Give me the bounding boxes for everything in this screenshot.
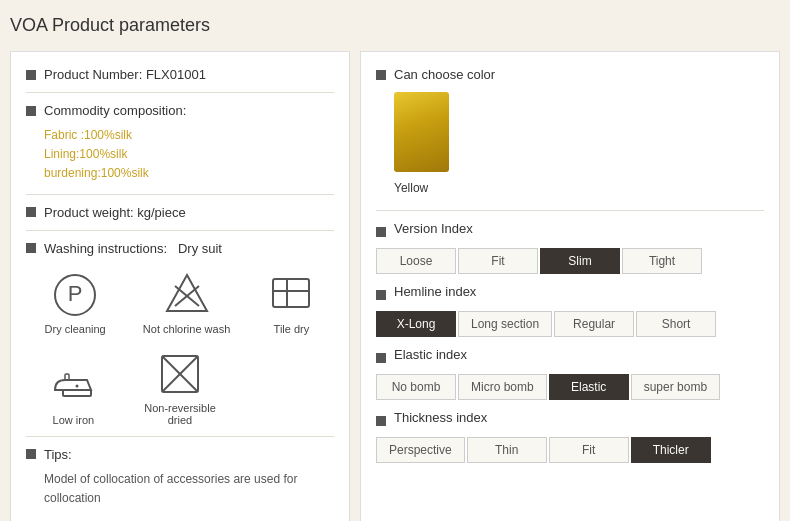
hemline-btn-group: X-Long Long section Regular Short — [376, 311, 764, 337]
version-section: Version Index Loose Fit Slim Tight — [376, 221, 764, 274]
elastic-btn-group: No bomb Micro bomb Elastic super bomb — [376, 374, 764, 400]
color-section: Can choose color Yellow — [376, 67, 764, 195]
tips-text: Model of collocation of accessories are … — [44, 470, 334, 508]
thickness-btn-group: Perspective Thin Fit Thicler — [376, 437, 764, 463]
elastic-section: Elastic index No bomb Micro bomb Elastic… — [376, 347, 764, 400]
svg-rect-8 — [63, 390, 91, 396]
washing-section: Washing instructions: Dry suit — [26, 241, 334, 256]
dry-cleaning-item: P Dry cleaning — [45, 271, 106, 335]
commodity-label: Commodity composition: — [44, 103, 186, 118]
right-panel: Can choose color Yellow Version Index Lo… — [360, 51, 780, 521]
commodity-icon — [26, 106, 36, 116]
tile-dry-svg — [267, 271, 315, 319]
hemline-header-row: Hemline index — [376, 284, 764, 305]
low-iron-svg — [49, 362, 97, 410]
svg-text:P: P — [68, 281, 83, 306]
version-tight-btn[interactable]: Tight — [622, 248, 702, 274]
elastic-header-row: Elastic index — [376, 347, 764, 368]
thickness-thicler-btn[interactable]: Thicler — [631, 437, 711, 463]
dry-cleaning-svg: P — [51, 271, 99, 319]
version-fit-btn[interactable]: Fit — [458, 248, 538, 274]
thickness-perspective-btn[interactable]: Perspective — [376, 437, 465, 463]
elastic-elastic-btn[interactable]: Elastic — [549, 374, 629, 400]
not-chlorine-item: Not chlorine wash — [143, 271, 230, 335]
non-reversible-item: Non-reversibledried — [144, 350, 216, 426]
hemline-regular-btn[interactable]: Regular — [554, 311, 634, 337]
hemline-xlong-btn[interactable]: X-Long — [376, 311, 456, 337]
hemline-long-btn[interactable]: Long section — [458, 311, 552, 337]
tips-label: Tips: — [44, 447, 72, 462]
product-number-label: Product Number: FLX01001 — [44, 67, 206, 82]
washing-icon — [26, 243, 36, 253]
dry-cleaning-label: Dry cleaning — [45, 323, 106, 335]
version-label: Version Index — [394, 221, 473, 236]
not-chlorine-svg — [163, 271, 211, 319]
weight-label: Product weight: kg/piece — [44, 205, 186, 220]
low-iron-item: Low iron — [49, 362, 97, 426]
weight-section: Product weight: kg/piece — [26, 205, 334, 220]
color-icon — [376, 70, 386, 80]
weight-icon — [26, 207, 36, 217]
commodity-text: Fabric :100%silk Lining:100%silk burdeni… — [44, 126, 334, 184]
color-name: Yellow — [394, 181, 764, 195]
left-panel: Product Number: FLX01001 Commodity compo… — [10, 51, 350, 521]
svg-rect-5 — [273, 279, 309, 307]
low-iron-label: Low iron — [53, 414, 95, 426]
main-container: Product Number: FLX01001 Commodity compo… — [10, 51, 780, 521]
tips-icon — [26, 449, 36, 459]
washing-label: Washing instructions: Dry suit — [44, 241, 222, 256]
hemline-icon — [376, 290, 386, 300]
page-title: VOA Product parameters — [10, 10, 780, 41]
version-slim-btn[interactable]: Slim — [540, 248, 620, 274]
tile-dry-label: Tile dry — [274, 323, 310, 335]
svg-point-10 — [76, 384, 79, 387]
thickness-thin-btn[interactable]: Thin — [467, 437, 547, 463]
svg-marker-2 — [167, 275, 207, 311]
version-header-row: Version Index — [376, 221, 764, 242]
non-reversible-label: Non-reversibledried — [144, 402, 216, 426]
product-number-icon — [26, 70, 36, 80]
color-header: Can choose color — [376, 67, 764, 82]
thickness-label: Thickness index — [394, 410, 487, 425]
elastic-label: Elastic index — [394, 347, 467, 362]
washing-icons-row1: P Dry cleaning Not chlorine wash — [26, 271, 334, 335]
elastic-nobomb-btn[interactable]: No bomb — [376, 374, 456, 400]
not-chlorine-label: Not chlorine wash — [143, 323, 230, 335]
thickness-header-row: Thickness index — [376, 410, 764, 431]
tips-header: Tips: — [26, 447, 334, 462]
color-swatch-yellow[interactable] — [394, 92, 449, 172]
hemline-short-btn[interactable]: Short — [636, 311, 716, 337]
non-reversible-svg — [156, 350, 204, 398]
hemline-label: Hemline index — [394, 284, 476, 299]
version-icon — [376, 227, 386, 237]
thickness-fit-btn[interactable]: Fit — [549, 437, 629, 463]
tips-section: Tips: Model of collocation of accessorie… — [26, 447, 334, 508]
version-btn-group: Loose Fit Slim Tight — [376, 248, 764, 274]
commodity-section: Commodity composition: — [26, 103, 334, 118]
washing-icons-row2: Low iron Non-reversibledried — [26, 350, 334, 426]
version-loose-btn[interactable]: Loose — [376, 248, 456, 274]
tile-dry-item: Tile dry — [267, 271, 315, 335]
product-number-section: Product Number: FLX01001 — [26, 67, 334, 82]
color-label: Can choose color — [394, 67, 495, 82]
elastic-micro-btn[interactable]: Micro bomb — [458, 374, 547, 400]
color-swatch-container — [394, 92, 764, 176]
elastic-super-btn[interactable]: super bomb — [631, 374, 720, 400]
hemline-section: Hemline index X-Long Long section Regula… — [376, 284, 764, 337]
thickness-section: Thickness index Perspective Thin Fit Thi… — [376, 410, 764, 463]
elastic-icon — [376, 353, 386, 363]
thickness-icon — [376, 416, 386, 426]
